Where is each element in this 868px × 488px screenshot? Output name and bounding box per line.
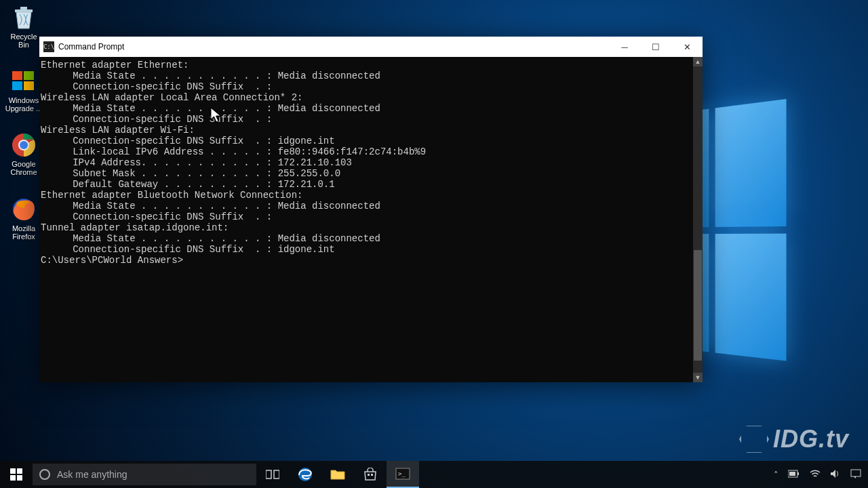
cmd-icon: C:\ (43, 41, 54, 52)
svg-text:>_: >_ (398, 470, 406, 477)
taskbar-edge[interactable] (289, 461, 321, 488)
terminal-line: Connection-specific DNS Suffix . : (41, 81, 692, 92)
svg-rect-2 (12, 81, 22, 90)
terminal-line: Media State . . . . . . . . . . . : Medi… (41, 103, 692, 114)
svg-rect-1 (24, 71, 34, 80)
terminal-body[interactable]: Ethernet adapter Ethernet: Media State .… (39, 57, 703, 382)
terminal-line: Link-local IPv6 Address . . . . . : fe80… (41, 146, 692, 157)
tray-volume-icon[interactable] (830, 469, 841, 481)
scroll-up-button[interactable]: ▲ (693, 57, 703, 66)
close-button[interactable]: ✕ (671, 37, 703, 57)
svg-point-6 (20, 141, 28, 149)
terminal-output: Ethernet adapter Ethernet: Media State .… (39, 57, 693, 382)
desktop-icons: Recycle Bin Windows Upgrade ... Google C… (4, 4, 43, 241)
chrome-icon (10, 131, 37, 159)
svg-rect-3 (24, 81, 34, 90)
desktop-icon-chrome[interactable]: Google Chrome (4, 131, 43, 176)
desktop-icon-label: Google Chrome (4, 160, 43, 176)
terminal-line: Connection-specific DNS Suffix . : idgon… (41, 136, 692, 146)
terminal-line: Media State . . . . . . . . . . . : Medi… (41, 70, 692, 81)
svg-rect-0 (12, 71, 22, 80)
scroll-thumb[interactable] (694, 250, 702, 361)
task-view-button[interactable] (256, 461, 289, 488)
terminal-line: Tunnel adapter isatap.idgone.int: (41, 222, 692, 233)
scrollbar[interactable]: ▲ ▼ (693, 57, 703, 382)
desktop-icon-label: Mozilla Firefox (4, 224, 43, 241)
svg-rect-11 (368, 474, 370, 476)
tray-chevron-icon[interactable]: ˄ (774, 470, 778, 480)
tray-wifi-icon[interactable] (810, 469, 821, 481)
terminal-line: Connection-specific DNS Suffix . : idgon… (41, 244, 692, 255)
store-icon (363, 468, 378, 481)
taskbar-store[interactable] (354, 461, 387, 488)
task-view-icon (266, 469, 279, 480)
window-controls: ─ ☐ ✕ (609, 37, 703, 57)
terminal-line: Default Gateway . . . . . . . . . : 172.… (41, 179, 692, 190)
cmd-taskbar-icon: >_ (395, 468, 410, 480)
watermark-hex-icon (739, 424, 769, 454)
terminal-line: Wireless LAN adapter Local Area Connecti… (41, 92, 692, 103)
titlebar[interactable]: C:\ Command Prompt ─ ☐ ✕ (39, 37, 703, 57)
terminal-line: Connection-specific DNS Suffix . : (41, 211, 692, 222)
folder-icon (330, 468, 345, 481)
maximize-button[interactable]: ☐ (640, 37, 671, 57)
scroll-down-button[interactable]: ▼ (693, 373, 703, 382)
terminal-line: Ethernet adapter Ethernet: (41, 60, 692, 70)
system-tray[interactable]: ˄ (767, 469, 868, 481)
tray-notifications-icon[interactable] (850, 469, 861, 481)
terminal-line: Media State . . . . . . . . . . . : Medi… (41, 201, 692, 211)
windows-logo-icon (10, 68, 37, 95)
minimize-button[interactable]: ─ (609, 37, 640, 57)
start-button[interactable] (0, 461, 33, 488)
cortana-search[interactable]: Ask me anything (33, 464, 256, 485)
terminal-line: Media State . . . . . . . . . . . : Medi… (41, 233, 692, 244)
terminal-line: Ethernet adapter Bluetooth Network Conne… (41, 190, 692, 201)
svg-rect-9 (274, 470, 279, 479)
svg-rect-12 (371, 474, 373, 476)
firefox-icon (10, 196, 37, 223)
windows-start-icon (10, 468, 22, 481)
tray-battery-icon[interactable] (788, 470, 800, 480)
terminal-line: IPv4 Address. . . . . . . . . . . : 172.… (41, 157, 692, 168)
taskbar-file-explorer[interactable] (321, 461, 354, 488)
desktop-icon-label: Recycle Bin (4, 33, 43, 49)
edge-icon (297, 466, 313, 483)
svg-rect-16 (797, 472, 799, 475)
taskbar: Ask me anything >_ ˄ (0, 461, 868, 488)
watermark-text: IDG.tv (773, 425, 849, 453)
terminal-line: C:\Users\PCWorld Answers> (41, 255, 692, 266)
window-title: Command Prompt (58, 42, 609, 52)
desktop-icon-firefox[interactable]: Mozilla Firefox (4, 196, 43, 241)
cortana-icon (39, 469, 50, 480)
watermark: IDG.tv (739, 424, 849, 454)
svg-rect-8 (266, 470, 271, 479)
desktop-icon-recycle-bin[interactable]: Recycle Bin (4, 4, 43, 49)
taskbar-cmd[interactable]: >_ (387, 461, 419, 488)
desktop-icon-label: Windows Upgrade ... (4, 96, 43, 113)
desktop-icon-windows-upgrade[interactable]: Windows Upgrade ... (4, 68, 43, 113)
svg-rect-17 (789, 472, 795, 476)
terminal-line: Wireless LAN adapter Wi-Fi: (41, 125, 692, 136)
terminal-line: Subnet Mask . . . . . . . . . . . : 255.… (41, 168, 692, 179)
scroll-track[interactable] (693, 66, 703, 373)
search-placeholder: Ask me anything (57, 469, 127, 480)
terminal-line: Connection-specific DNS Suffix . : (41, 114, 692, 125)
recycle-bin-icon (10, 4, 37, 31)
svg-rect-18 (851, 470, 861, 476)
command-prompt-window: C:\ Command Prompt ─ ☐ ✕ Ethernet adapte… (39, 37, 703, 382)
